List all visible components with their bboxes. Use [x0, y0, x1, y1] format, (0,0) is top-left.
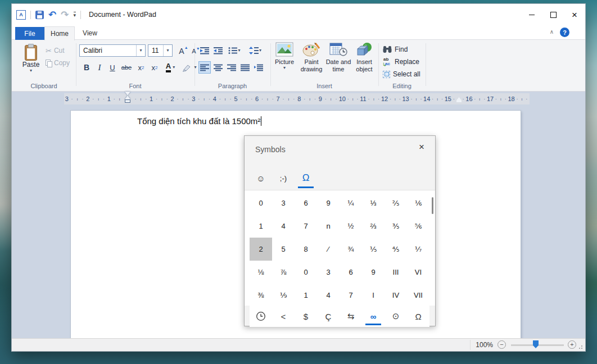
symbol-key[interactable]: 5 [272, 238, 295, 261]
symbol-category-greek[interactable]: Ω [407, 306, 429, 327]
increase-indent-button[interactable] [212, 44, 224, 57]
symbol-key[interactable]: ⅜ [250, 284, 272, 307]
tab-emoji[interactable]: ☺ [254, 171, 268, 185]
symbol-key[interactable]: ⅕ [362, 238, 385, 261]
select-all-button[interactable]: Select all [383, 69, 420, 79]
indent-markers[interactable] [125, 92, 130, 103]
subscript-button[interactable]: x2 [134, 61, 148, 74]
symbol-key[interactable]: ⅓ [362, 192, 385, 215]
symbol-key[interactable]: n [317, 215, 340, 238]
wordpad-app-icon[interactable]: A [16, 10, 26, 20]
font-size-combobox[interactable]: 11 ▾ [148, 44, 173, 57]
line-spacing-button[interactable]: ▾ [246, 44, 264, 57]
symbol-key[interactable]: III [385, 261, 407, 284]
symbol-key[interactable]: ¾ [340, 238, 362, 261]
symbol-key[interactable]: ⅔ [362, 215, 385, 238]
strikethrough-button[interactable]: abe [119, 61, 134, 74]
minimize-button[interactable] [521, 4, 542, 25]
grow-font-button[interactable]: A▲ [176, 45, 187, 57]
zoom-slider-thumb[interactable] [533, 340, 539, 348]
symbol-key[interactable]: ⅑ [272, 284, 295, 307]
symbol-key[interactable]: ⅘ [385, 238, 407, 261]
symbol-key[interactable]: IV [385, 284, 407, 307]
symbol-key[interactable]: ½ [340, 215, 362, 238]
customize-toolbar-dropdown-icon[interactable]: ▾ [74, 12, 76, 18]
first-line-indent-marker[interactable] [125, 92, 130, 95]
symbol-key[interactable]: 8 [295, 238, 317, 261]
symbol-key[interactable]: ⅞ [272, 261, 295, 284]
symbol-key[interactable]: 4 [317, 284, 340, 307]
date-and-time-button[interactable]: Date and time [325, 42, 351, 84]
text-color-button[interactable]: A ▾ [162, 61, 178, 74]
paint-drawing-button[interactable]: Paint drawing [298, 42, 324, 84]
symbol-category-latin[interactable]: Ç [317, 306, 340, 327]
maximize-button[interactable] [542, 4, 564, 25]
symbol-key[interactable]: VI [407, 261, 429, 284]
collapse-ribbon-icon[interactable]: ∧ [550, 29, 554, 35]
symbol-key[interactable]: ⅖ [385, 192, 407, 215]
symbol-category-less-than[interactable]: < [272, 306, 295, 327]
symbol-category-circled[interactable]: ⊙ [385, 306, 407, 327]
insert-object-button[interactable]: Insert object [351, 42, 377, 84]
symbol-key[interactable]: VII [407, 284, 429, 307]
justify-button[interactable] [239, 61, 251, 74]
symbol-key[interactable]: 4 [272, 215, 295, 238]
symbol-category-arrows[interactable]: ⇆ [340, 306, 362, 327]
tab-kaomoji[interactable]: ;-) [277, 171, 290, 185]
tab-file[interactable]: File [15, 27, 44, 40]
find-button[interactable]: Find [383, 44, 408, 54]
symbols-panel-close-button[interactable]: × [415, 140, 428, 154]
symbol-key[interactable]: 1 [250, 215, 272, 238]
symbol-key[interactable]: ⅛ [250, 261, 272, 284]
redo-icon[interactable]: ↷ [61, 10, 69, 20]
tab-home[interactable]: Home [44, 26, 75, 40]
zoom-in-button[interactable]: + [568, 340, 576, 349]
decrease-indent-button[interactable] [198, 44, 211, 57]
tab-symbols[interactable]: Ω [299, 171, 313, 185]
zoom-out-button[interactable]: − [498, 340, 506, 349]
save-icon[interactable] [35, 11, 44, 19]
symbol-key[interactable]: 0 [295, 261, 317, 284]
symbol-key[interactable]: 1 [295, 284, 317, 307]
align-right-button[interactable] [225, 61, 238, 74]
cut-button[interactable]: ✂ Cut [46, 46, 65, 56]
symbol-key[interactable]: 9 [362, 261, 385, 284]
symbol-key[interactable]: 7 [295, 215, 317, 238]
copy-button[interactable]: Copy [46, 58, 70, 68]
undo-icon[interactable]: ↶ [48, 10, 56, 20]
left-indent-marker[interactable] [125, 100, 130, 102]
symbol-category-math[interactable]: ∞ [362, 306, 385, 327]
symbol-key[interactable]: 7 [340, 284, 362, 307]
symbol-key[interactable]: ⁄ [317, 238, 340, 261]
align-center-button[interactable] [212, 61, 224, 74]
symbol-key[interactable]: I [362, 284, 385, 307]
symbol-key[interactable]: 3 [272, 192, 295, 215]
resize-grip[interactable] [577, 343, 582, 349]
close-button[interactable]: × [564, 4, 585, 25]
symbol-key[interactable]: 2 [250, 238, 272, 261]
replace-button[interactable]: ab ↳ ac Replace [383, 57, 419, 67]
symbol-key[interactable]: 6 [295, 192, 317, 215]
paragraph-settings-button[interactable] [252, 61, 265, 74]
bold-button[interactable]: B [80, 61, 93, 74]
align-left-button[interactable] [198, 61, 211, 74]
tab-view[interactable]: View [75, 26, 105, 40]
symbol-key[interactable]: ⅚ [407, 215, 429, 238]
symbol-key[interactable]: 3 [317, 261, 340, 284]
font-family-combobox[interactable]: Calibri ▾ [79, 44, 146, 57]
paste-button[interactable]: Paste ▾ [19, 43, 43, 83]
symbol-key[interactable]: ⅙ [407, 192, 429, 215]
superscript-button[interactable]: x2 [148, 61, 161, 74]
symbol-category-currency[interactable]: $ [295, 306, 317, 327]
symbol-category-recent[interactable] [250, 306, 272, 327]
symbols-scrollbar[interactable] [432, 197, 433, 214]
help-icon[interactable]: ? [560, 28, 569, 37]
symbol-key[interactable]: ¼ [340, 192, 362, 215]
hanging-indent-marker[interactable] [125, 95, 130, 99]
symbol-key[interactable]: 9 [317, 192, 340, 215]
italic-button[interactable]: I [93, 61, 106, 74]
underline-button[interactable]: U [106, 61, 119, 74]
bullets-button[interactable]: ▾ [226, 44, 243, 57]
picture-button[interactable]: Picture ▾ [272, 42, 297, 84]
symbol-key[interactable]: 0 [250, 192, 272, 215]
